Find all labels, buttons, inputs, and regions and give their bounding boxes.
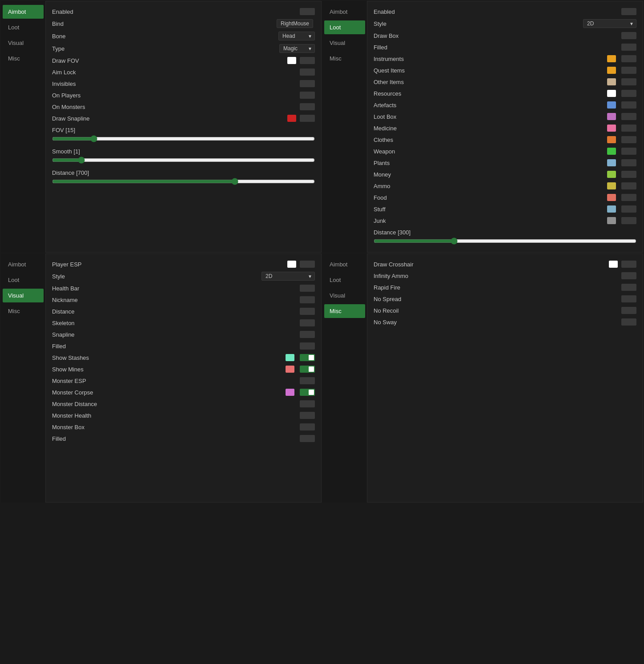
vis-style-select[interactable]: 2D3D <box>262 272 315 281</box>
weapon-color[interactable] <box>607 148 616 155</box>
toggle-monster-corpse[interactable] <box>300 389 315 396</box>
loot-toggle-filled[interactable] <box>621 44 636 51</box>
sidebar-item-misc-3[interactable]: Misc <box>3 304 44 318</box>
resources-toggle[interactable] <box>621 90 636 97</box>
draw-fov-color[interactable] <box>287 57 296 64</box>
ammo-color[interactable] <box>607 182 616 189</box>
food-toggle[interactable] <box>621 194 636 201</box>
row-invisibles: Invisibles <box>52 78 315 89</box>
other-color[interactable] <box>607 78 616 85</box>
sidebar-item-aimbot-4[interactable]: Aimbot <box>324 258 365 271</box>
stashes-color[interactable] <box>286 354 294 361</box>
toggle-snapline[interactable] <box>300 115 315 122</box>
toggle-enabled[interactable] <box>300 8 315 15</box>
toggle-draw-fov[interactable] <box>300 57 315 64</box>
loot-toggle-draw-box[interactable] <box>621 32 636 39</box>
vis-row-skeleton: Skeleton <box>52 317 315 329</box>
toggle-no-recoil[interactable] <box>621 307 636 314</box>
sidebar-item-misc-4[interactable]: Misc <box>324 304 365 318</box>
toggle-draw-crosshair[interactable] <box>621 261 636 268</box>
clothes-color[interactable] <box>607 136 616 143</box>
toggle-infinity-ammo[interactable] <box>621 272 636 279</box>
instruments-toggle[interactable] <box>621 55 636 62</box>
lootbox-color[interactable] <box>607 113 616 120</box>
toggle-no-spread[interactable] <box>621 295 636 302</box>
money-toggle[interactable] <box>621 171 636 178</box>
vis-label-monster-esp: Monster ESP <box>52 378 298 384</box>
food-color[interactable] <box>607 194 616 201</box>
sidebar-item-loot-2[interactable]: Loot <box>324 20 365 34</box>
sidebar-item-loot[interactable]: Loot <box>3 20 44 34</box>
toggle-nickname[interactable] <box>300 296 315 303</box>
sidebar-item-misc[interactable]: Misc <box>3 52 44 65</box>
sidebar-item-visual[interactable]: Visual <box>3 36 44 50</box>
loot-label-lootbox: Loot Box <box>374 113 607 120</box>
weapon-toggle[interactable] <box>621 148 636 155</box>
sidebar-item-aimbot-3[interactable]: Aimbot <box>3 258 44 271</box>
resources-color[interactable] <box>607 90 616 97</box>
loot-toggle-enabled[interactable] <box>621 8 636 15</box>
clothes-toggle[interactable] <box>621 136 636 143</box>
plants-color[interactable] <box>607 159 616 166</box>
distance-slider[interactable] <box>52 178 315 185</box>
bone-select[interactable]: HeadChestStomach <box>278 32 315 40</box>
sidebar-item-loot-4[interactable]: Loot <box>324 273 365 287</box>
artefacts-color[interactable] <box>607 101 616 109</box>
toggle-aim-lock[interactable] <box>300 68 315 76</box>
toggle-monster-health[interactable] <box>300 412 315 419</box>
loot-row-food: Food <box>374 192 636 203</box>
toggle-on-monsters[interactable] <box>300 103 315 110</box>
other-toggle[interactable] <box>621 78 636 85</box>
loot-distance-slider[interactable] <box>374 237 636 245</box>
smooth-slider[interactable] <box>52 157 315 164</box>
instruments-color[interactable] <box>607 55 616 62</box>
sidebar-item-aimbot-2[interactable]: Aimbot <box>324 5 365 19</box>
medicine-toggle[interactable] <box>621 125 636 132</box>
ammo-toggle[interactable] <box>621 182 636 189</box>
toggle-health-bar[interactable] <box>300 285 315 292</box>
toggle-no-sway[interactable] <box>621 318 636 326</box>
type-select[interactable]: MagicNormal <box>279 44 315 53</box>
bind-button[interactable]: RightMouse <box>277 19 313 28</box>
mines-color[interactable] <box>286 366 294 373</box>
toggle-rapid-fire[interactable] <box>621 284 636 291</box>
toggle-on-players[interactable] <box>300 92 315 99</box>
junk-color[interactable] <box>607 217 616 224</box>
sidebar-item-visual-3[interactable]: Visual <box>3 289 44 302</box>
monster-corpse-color[interactable] <box>286 389 294 396</box>
quest-color[interactable] <box>607 67 616 74</box>
lootbox-toggle[interactable] <box>621 113 636 120</box>
toggle-player-esp[interactable] <box>300 261 315 268</box>
toggle-monster-distance[interactable] <box>300 400 315 407</box>
toggle-show-stashes[interactable] <box>300 354 315 361</box>
player-esp-color[interactable] <box>287 261 296 268</box>
artefacts-toggle[interactable] <box>621 101 636 109</box>
sidebar-item-visual-2[interactable]: Visual <box>324 36 365 50</box>
sidebar-item-loot-3[interactable]: Loot <box>3 273 44 287</box>
crosshair-color[interactable] <box>609 261 618 268</box>
misc-row-no-recoil: No Recoil <box>374 305 636 316</box>
junk-toggle[interactable] <box>621 217 636 224</box>
sidebar-item-visual-4[interactable]: Visual <box>324 289 365 302</box>
toggle-vis-filled[interactable] <box>300 342 315 350</box>
toggle-vis-snapline[interactable] <box>300 331 315 338</box>
quest-toggle[interactable] <box>621 67 636 74</box>
toggle-monster-esp[interactable] <box>300 377 315 384</box>
loot-content: Enabled Style 2D3D ▼ Draw Box Filled <box>367 1 643 253</box>
toggle-distance[interactable] <box>300 308 315 315</box>
loot-style-select[interactable]: 2D3D <box>583 19 636 28</box>
toggle-vis-filled2[interactable] <box>300 435 315 442</box>
stuff-color[interactable] <box>607 205 616 213</box>
fov-slider[interactable] <box>52 135 315 142</box>
plants-toggle[interactable] <box>621 159 636 166</box>
sidebar-item-aimbot[interactable]: Aimbot <box>3 5 44 19</box>
toggle-monster-box[interactable] <box>300 423 315 431</box>
toggle-invisibles[interactable] <box>300 80 315 87</box>
sidebar-item-misc-2[interactable]: Misc <box>324 52 365 65</box>
toggle-skeleton[interactable] <box>300 319 315 326</box>
snapline-color[interactable] <box>287 115 296 122</box>
money-color[interactable] <box>607 171 616 178</box>
stuff-toggle[interactable] <box>621 205 636 213</box>
medicine-color[interactable] <box>607 125 616 132</box>
toggle-show-mines[interactable] <box>300 366 315 373</box>
